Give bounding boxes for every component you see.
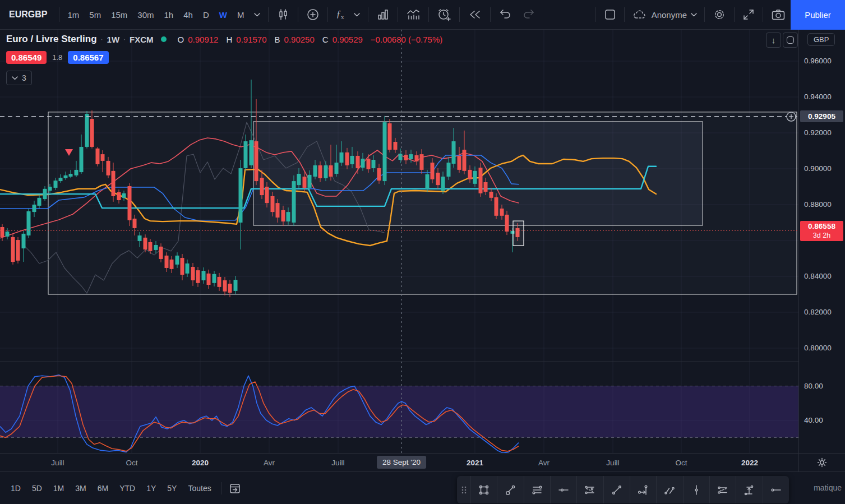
extended-line-tool-button[interactable] [630, 476, 656, 503]
price-chart[interactable] [0, 30, 798, 453]
calendar-arrow-icon [228, 482, 242, 495]
trend-label-tool-button[interactable] [497, 476, 523, 503]
auto-scale-button[interactable]: matique [814, 483, 842, 492]
settings-button[interactable] [708, 4, 731, 25]
currency-button[interactable]: GBP [807, 33, 835, 46]
symbol-button[interactable]: EURGBP [0, 4, 56, 25]
alert-button[interactable] [432, 4, 456, 25]
timeframe-D[interactable]: D [198, 4, 214, 25]
account-name: Anonyme [652, 10, 687, 20]
layout-square-icon [604, 8, 616, 21]
quote-row: 0.86549 1.8 0.86567 [6, 51, 109, 64]
time-axis[interactable]: JuillOct2020AvrJuill28 Sept '202021AvrJu… [0, 453, 798, 471]
horizontal-ray-tool-button[interactable] [550, 476, 576, 503]
separator [734, 7, 735, 22]
separator [624, 7, 625, 22]
rectangle-tool-button[interactable] [470, 476, 497, 503]
replay-button[interactable] [463, 4, 487, 25]
publish-button[interactable]: Publier [791, 0, 845, 30]
trend-line-tool-button[interactable] [603, 476, 630, 503]
timeframe-5m[interactable]: 5m [84, 4, 106, 25]
regression-trend-tool-button[interactable] [709, 476, 736, 503]
maximize-pane-button[interactable] [783, 33, 798, 48]
timeframe-dropdown-button[interactable] [249, 4, 265, 25]
timeframe-1m[interactable]: 1m [62, 4, 84, 25]
legend-exchange[interactable]: FXCM [130, 35, 154, 44]
alert-price-label[interactable]: 0.92905 [800, 110, 843, 122]
compare-add-button[interactable] [301, 4, 325, 25]
separator [268, 7, 269, 22]
ray-tool-button[interactable] [763, 476, 789, 503]
account-button[interactable]: Anonyme [627, 9, 701, 20]
screenshot-button[interactable] [766, 4, 791, 25]
vertical-line-tool-button[interactable] [683, 476, 709, 503]
long-position-tool-button[interactable] [736, 476, 762, 503]
separator [595, 7, 596, 22]
undo-arrow-icon [498, 9, 512, 20]
low-value: 0.90250 [284, 35, 315, 44]
parallel-channel-tool-button[interactable] [524, 476, 550, 503]
range-6M[interactable]: 6M [93, 480, 113, 496]
toolbar-drag-handle[interactable] [457, 485, 470, 494]
disjoint-channel-tool-icon [583, 483, 597, 497]
time-tick: Juill [51, 459, 64, 467]
range-5D[interactable]: 5D [27, 480, 47, 496]
sell-price-badge[interactable]: 0.86549 [6, 51, 47, 64]
timeframe-15m[interactable]: 15m [106, 4, 132, 25]
range-1M[interactable]: 1M [48, 480, 69, 496]
indicators-dropdown-button[interactable] [349, 4, 365, 25]
trend-line-tool-icon [610, 483, 624, 497]
timeframe-4h[interactable]: 4h [178, 4, 198, 25]
layout-button[interactable] [599, 4, 621, 25]
publish-label: Publier [805, 10, 831, 20]
chart-title[interactable]: Euro / Livre Sterling [6, 34, 97, 45]
undo-button[interactable] [493, 4, 517, 25]
price-tick: 0.82000 [804, 308, 832, 316]
timeframe-M[interactable]: M [232, 4, 250, 25]
range-5Y[interactable]: 5Y [162, 480, 182, 496]
indicators-button[interactable]: ƒx [331, 4, 349, 25]
time-tick: Juill [331, 459, 344, 467]
range-1D[interactable]: 1D [6, 480, 26, 496]
trend-label-tool-icon [504, 483, 517, 497]
time-tick: Avr [264, 459, 275, 467]
timeframe-W[interactable]: W [214, 4, 232, 25]
gear-icon [713, 8, 726, 21]
stoch-tick: 40.00 [804, 416, 823, 424]
scroll-down-button[interactable]: ↓ [766, 33, 781, 48]
price-axis[interactable]: GBP 0.960000.940000.920000.900000.880000… [798, 30, 845, 453]
buy-price-badge[interactable]: 0.86567 [68, 51, 108, 64]
range-Toutes[interactable]: Toutes [183, 480, 216, 496]
disjoint-channel-tool-button[interactable] [576, 476, 603, 503]
separator [298, 7, 298, 22]
timeframe-30m[interactable]: 30m [132, 4, 159, 25]
chart-area[interactable]: Euro / Livre Sterling · 1W · FXCM O0.909… [0, 30, 798, 453]
fullscreen-button[interactable] [737, 4, 760, 25]
timeframe-1h[interactable]: 1h [159, 4, 179, 25]
separator [459, 7, 460, 22]
templates-button[interactable] [371, 4, 395, 25]
parallel-lines-tool-button[interactable] [656, 476, 682, 503]
goto-date-button[interactable] [226, 479, 244, 497]
legend-timeframe[interactable]: 1W [107, 35, 120, 44]
indicators-collapse-button[interactable]: 3 [6, 71, 32, 85]
separator [327, 7, 328, 22]
vertical-line-tool-icon [690, 483, 703, 497]
indicator-template-button[interactable] [401, 4, 426, 25]
separator [428, 7, 429, 22]
chart-style-button[interactable] [271, 4, 295, 25]
redo-button[interactable] [517, 4, 541, 25]
sun-icon[interactable] [816, 457, 828, 468]
top-toolbar: EURGBP 1m5m15m30m1h4hDWM ƒx [0, 0, 845, 30]
camera-icon [771, 8, 786, 21]
rectangle-tool-icon [477, 483, 491, 497]
range-1Y[interactable]: 1Y [141, 480, 161, 496]
market-status-dot[interactable] [161, 36, 167, 42]
separator-dot: · [101, 35, 103, 43]
chevron-down-icon [254, 13, 260, 17]
price-tick: 0.80000 [804, 344, 832, 352]
range-3M[interactable]: 3M [70, 480, 91, 496]
alarm-clock-plus-icon [437, 7, 451, 22]
range-YTD[interactable]: YTD [114, 480, 140, 496]
chevron-down-icon [691, 13, 697, 17]
